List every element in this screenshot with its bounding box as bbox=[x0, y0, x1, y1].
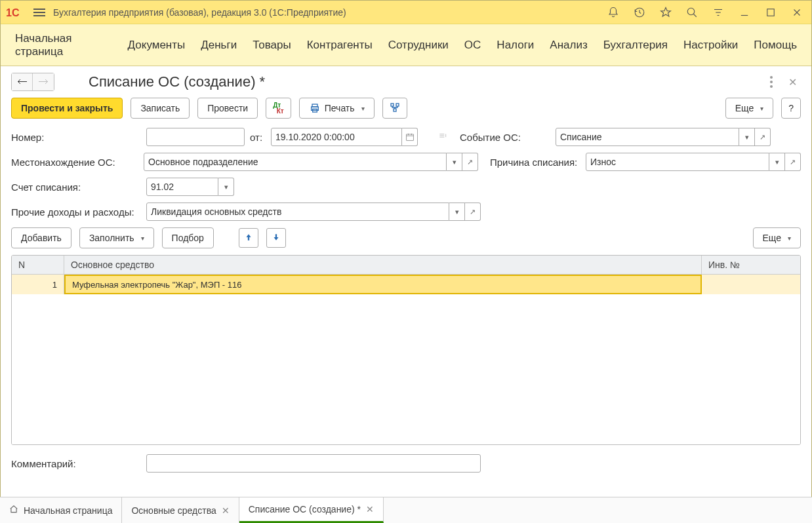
bottom-tabs: Начальная страница Основные средства ✕ С… bbox=[0, 497, 812, 523]
reason-input[interactable]: Износ bbox=[586, 153, 769, 171]
doc-header: 🡐 🡒 Списание ОС (создание) * ✕ bbox=[11, 73, 801, 91]
comment-label: Комментарий: bbox=[11, 458, 141, 469]
tab-assets-list[interactable]: Основные средства ✕ bbox=[122, 497, 239, 523]
cell-inv[interactable] bbox=[702, 275, 800, 294]
home-icon bbox=[9, 505, 18, 516]
table-more-button[interactable]: Еще ▾ bbox=[753, 227, 802, 248]
close-icon[interactable] bbox=[788, 3, 806, 22]
dtkt-icon: Дт Кт bbox=[273, 102, 284, 114]
svg-rect-6 bbox=[391, 104, 394, 106]
cell-asset[interactable]: Муфельная электропечь "Жар", МЭП - 116 bbox=[64, 275, 702, 294]
account-label: Счет списания: bbox=[11, 182, 141, 193]
structure-button[interactable] bbox=[382, 98, 407, 119]
chevron-down-icon[interactable]: ▾ bbox=[449, 203, 465, 221]
add-button[interactable]: Добавить bbox=[11, 227, 71, 248]
nav-forward-button[interactable]: 🡒 bbox=[33, 73, 54, 90]
col-n[interactable]: N bbox=[12, 256, 64, 274]
hamburger-icon[interactable] bbox=[33, 9, 45, 16]
menu-item-home[interactable]: Начальная страница bbox=[15, 32, 112, 58]
other-input-group: Ликвидация основных средств ▾ ↗ bbox=[146, 203, 481, 221]
svg-rect-8 bbox=[394, 109, 396, 111]
post-button[interactable]: Провести bbox=[197, 98, 258, 119]
pick-button[interactable]: Подбор bbox=[162, 227, 214, 248]
maximize-icon[interactable] bbox=[761, 3, 780, 22]
kebab-icon[interactable] bbox=[765, 76, 778, 88]
from-label: от: bbox=[250, 132, 266, 143]
menu-item-documents[interactable]: Документы bbox=[128, 39, 186, 52]
table-body[interactable]: 1 Муфельная электропечь "Жар", МЭП - 116 bbox=[12, 275, 800, 444]
move-down-button[interactable] bbox=[266, 228, 286, 248]
other-input[interactable]: Ликвидация основных средств bbox=[146, 203, 449, 221]
table-row[interactable]: 1 Муфельная электропечь "Жар", МЭП - 116 bbox=[12, 275, 800, 294]
col-inv[interactable]: Инв. № bbox=[702, 256, 800, 274]
minimize-icon[interactable] bbox=[735, 3, 754, 22]
printer-icon bbox=[309, 102, 321, 114]
open-icon[interactable]: ↗ bbox=[465, 203, 481, 221]
print-button[interactable]: Печать ▾ bbox=[299, 98, 375, 119]
account-input-group: 91.02 ▾ bbox=[146, 178, 234, 196]
tab-writeoff[interactable]: Списание ОС (создание) * ✕ bbox=[239, 497, 384, 523]
chevron-down-icon[interactable]: ▾ bbox=[218, 178, 234, 196]
cell-n[interactable]: 1 bbox=[12, 275, 64, 294]
open-icon[interactable]: ↗ bbox=[462, 153, 478, 171]
location-input[interactable]: Основное подразделение bbox=[144, 153, 447, 171]
menu-item-money[interactable]: Деньги bbox=[201, 39, 237, 52]
app-title: Бухгалтерия предприятия (базовая), редак… bbox=[53, 7, 346, 18]
menu-item-goods[interactable]: Товары bbox=[253, 39, 291, 52]
number-input[interactable] bbox=[146, 128, 245, 146]
bell-icon[interactable] bbox=[604, 3, 622, 22]
menu-item-employees[interactable]: Сотрудники bbox=[388, 39, 449, 52]
doc-toolbar: Провести и закрыть Записать Провести Дт … bbox=[11, 98, 801, 119]
list-form-icon[interactable] bbox=[437, 132, 448, 143]
svg-point-1 bbox=[687, 8, 695, 15]
open-icon[interactable]: ↗ bbox=[755, 128, 771, 146]
menu-item-assets[interactable]: ОС bbox=[464, 39, 481, 52]
more-button[interactable]: Еще ▾ bbox=[725, 98, 774, 119]
help-button[interactable]: ? bbox=[781, 98, 801, 119]
star-icon[interactable] bbox=[657, 3, 675, 22]
number-label: Номер: bbox=[11, 132, 141, 143]
fill-label: Заполнить bbox=[89, 233, 134, 243]
svg-rect-7 bbox=[396, 104, 399, 106]
chevron-down-icon[interactable]: ▾ bbox=[739, 128, 755, 146]
date-input[interactable]: 19.10.2020 0:00:00 bbox=[271, 128, 402, 146]
search-icon[interactable] bbox=[683, 3, 701, 22]
move-up-button[interactable] bbox=[239, 228, 258, 248]
nav-buttons: 🡐 🡒 bbox=[11, 73, 54, 91]
filter-icon[interactable] bbox=[709, 3, 727, 22]
table-more-label: Еще bbox=[763, 233, 782, 243]
close-document-button[interactable]: ✕ bbox=[784, 76, 801, 88]
tab-close-icon[interactable]: ✕ bbox=[222, 505, 230, 516]
tab-label: Основные средства bbox=[131, 505, 216, 516]
chevron-down-icon: ▾ bbox=[760, 105, 763, 112]
tab-close-icon[interactable]: ✕ bbox=[366, 504, 374, 514]
post-and-close-button[interactable]: Провести и закрыть bbox=[11, 98, 123, 119]
row-number-date-event: Номер: от: 19.10.2020 0:00:00 Событие ОС… bbox=[11, 128, 801, 146]
comment-input[interactable] bbox=[146, 454, 481, 473]
tab-home[interactable]: Начальная страница bbox=[0, 497, 122, 523]
chevron-down-icon[interactable]: ▾ bbox=[447, 153, 462, 171]
menu-item-taxes[interactable]: Налоги bbox=[497, 39, 534, 52]
svg-rect-2 bbox=[767, 9, 775, 16]
nav-back-button[interactable]: 🡐 bbox=[12, 73, 33, 90]
menu-item-accounting[interactable]: Бухгалтерия bbox=[603, 39, 668, 52]
calendar-icon[interactable] bbox=[402, 128, 418, 146]
account-input[interactable]: 91.02 bbox=[146, 178, 218, 196]
logo-1c: 1С bbox=[6, 6, 26, 19]
chevron-down-icon: ▾ bbox=[141, 235, 144, 242]
row-other: Прочие доходы и расходы: Ликвидация осно… bbox=[11, 203, 801, 221]
save-button[interactable]: Записать bbox=[131, 98, 190, 119]
table-header: N Основное средство Инв. № bbox=[12, 256, 800, 275]
menu-item-counterparties[interactable]: Контрагенты bbox=[307, 39, 373, 52]
fill-button[interactable]: Заполнить ▾ bbox=[79, 227, 154, 248]
menu-item-settings[interactable]: Настройки bbox=[683, 39, 738, 52]
menu-item-help[interactable]: Помощь bbox=[754, 39, 797, 52]
dtkt-button[interactable]: Дт Кт bbox=[266, 98, 291, 119]
col-asset[interactable]: Основное средство bbox=[64, 256, 702, 274]
chevron-down-icon: ▾ bbox=[788, 235, 791, 242]
chevron-down-icon[interactable]: ▾ bbox=[769, 153, 785, 171]
event-input[interactable]: Списание bbox=[556, 128, 739, 146]
open-icon[interactable]: ↗ bbox=[785, 153, 801, 171]
menu-item-analysis[interactable]: Анализ bbox=[550, 39, 587, 52]
history-icon[interactable] bbox=[630, 3, 649, 22]
